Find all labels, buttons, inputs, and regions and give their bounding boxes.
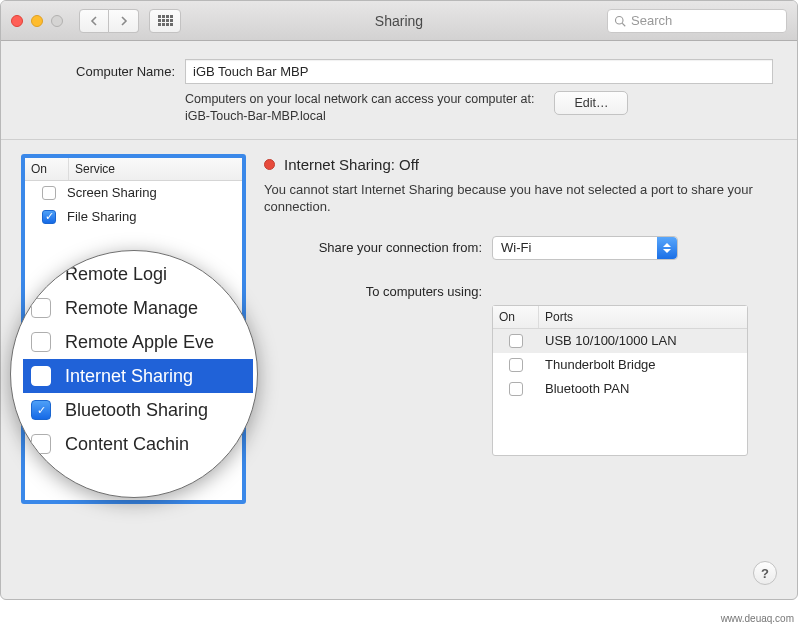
ports-header-on: On	[493, 306, 539, 328]
ports-header-ports: Ports	[539, 306, 747, 328]
service-label: Remote Apple Eve	[65, 332, 214, 353]
service-checkbox[interactable]	[31, 298, 51, 318]
status-dot-icon	[264, 159, 275, 170]
service-label: File Sharing	[67, 209, 136, 224]
service-row[interactable]: Screen Sharing	[25, 181, 242, 205]
service-checkbox[interactable]	[42, 186, 56, 200]
service-checkbox[interactable]: ✓	[31, 400, 51, 420]
nav-back-forward	[79, 9, 139, 33]
service-checkbox[interactable]: ✓	[42, 210, 56, 224]
status-label: Internet Sharing: Off	[284, 156, 419, 173]
show-all-button[interactable]	[149, 9, 181, 33]
list-item[interactable]: Remote Apple Eve	[23, 325, 253, 359]
service-label: Internet Sharing	[65, 366, 193, 387]
search-icon	[614, 15, 626, 27]
watermark: www.deuaq.com	[721, 613, 794, 624]
svg-point-0	[616, 16, 624, 24]
computer-name-label: Computer Name:	[25, 64, 175, 79]
chevron-right-icon	[120, 16, 128, 26]
window-controls	[11, 15, 63, 27]
list-item[interactable]: Remote Manage	[23, 291, 253, 325]
magnifier-overlay: Remote Logi Remote Manage Remote Apple E…	[10, 250, 258, 498]
search-input[interactable]: Search	[607, 9, 787, 33]
list-item-internet-sharing[interactable]: Internet Sharing	[23, 359, 253, 393]
ports-table[interactable]: On Ports USB 10/100/1000 LAN Thunderbolt…	[492, 305, 748, 456]
list-item[interactable]: Content Cachin	[23, 427, 253, 461]
computer-name-help: Computers on your local network can acce…	[185, 91, 534, 125]
port-label: Bluetooth PAN	[539, 377, 747, 400]
computer-name-value: iGB Touch Bar MBP	[193, 64, 308, 79]
share-from-label: Share your connection from:	[264, 240, 482, 255]
edit-button[interactable]: Edit…	[554, 91, 628, 115]
service-label: Content Cachin	[65, 434, 189, 455]
port-label: Thunderbolt Bridge	[539, 353, 747, 376]
service-label: Remote Logi	[65, 264, 167, 285]
to-computers-label: To computers using:	[264, 280, 482, 299]
computer-name-section: Computer Name: iGB Touch Bar MBP Compute…	[1, 41, 797, 140]
service-checkbox[interactable]	[31, 332, 51, 352]
search-placeholder: Search	[631, 13, 672, 28]
service-checkbox[interactable]	[31, 366, 51, 386]
chevron-left-icon	[90, 16, 98, 26]
port-label: USB 10/100/1000 LAN	[539, 329, 747, 352]
service-detail: Internet Sharing: Off You cannot start I…	[264, 154, 777, 560]
services-header-on: On	[25, 158, 69, 180]
status-row: Internet Sharing: Off	[264, 156, 777, 173]
services-header-service: Service	[69, 158, 242, 180]
port-checkbox[interactable]	[509, 358, 523, 372]
service-label: Screen Sharing	[67, 185, 157, 200]
forward-button[interactable]	[109, 9, 139, 33]
window-titlebar: Sharing Search	[1, 1, 797, 41]
list-item[interactable]: ✓ Bluetooth Sharing	[23, 393, 253, 427]
service-row[interactable]: ✓ File Sharing	[25, 205, 242, 229]
ports-header: On Ports	[493, 306, 747, 329]
port-row[interactable]: USB 10/100/1000 LAN	[493, 329, 747, 353]
service-label: Bluetooth Sharing	[65, 400, 208, 421]
service-label: Remote Manage	[65, 298, 198, 319]
share-from-popup[interactable]: Wi-Fi	[492, 236, 678, 260]
port-checkbox[interactable]	[509, 382, 523, 396]
zoom-window-button[interactable]	[51, 15, 63, 27]
help-button[interactable]: ?	[753, 561, 777, 585]
services-table-header: On Service	[25, 158, 242, 181]
port-row[interactable]: Thunderbolt Bridge	[493, 353, 747, 377]
svg-line-1	[622, 23, 625, 26]
computer-name-field[interactable]: iGB Touch Bar MBP	[185, 59, 773, 84]
back-button[interactable]	[79, 9, 109, 33]
grid-icon	[158, 15, 173, 26]
popup-stepper-icon	[657, 237, 677, 259]
close-window-button[interactable]	[11, 15, 23, 27]
status-description: You cannot start Internet Sharing becaus…	[264, 181, 777, 216]
port-row[interactable]: Bluetooth PAN	[493, 377, 747, 401]
port-checkbox[interactable]	[509, 334, 523, 348]
minimize-window-button[interactable]	[31, 15, 43, 27]
share-from-value: Wi-Fi	[501, 240, 531, 255]
